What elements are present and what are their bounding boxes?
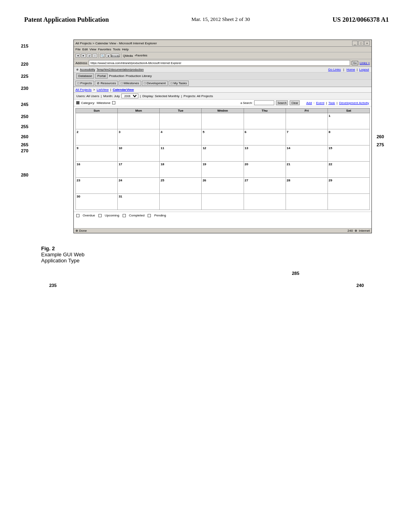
- year-select[interactable]: 2006: [121, 94, 138, 98]
- favorites-button[interactable]: ★: [106, 54, 111, 58]
- cell-29[interactable]: 29: [327, 178, 369, 194]
- nav-production-library[interactable]: Production Library: [125, 74, 152, 78]
- figure-label: Fig. 2: [41, 245, 372, 251]
- cell-17[interactable]: 17: [118, 162, 160, 178]
- cell-7[interactable]: 7: [286, 129, 327, 145]
- search-button-app[interactable]: Search: [276, 100, 288, 105]
- tab-projects[interactable]: □ Projects: [75, 81, 94, 86]
- sep2: |: [110, 88, 111, 91]
- home-link[interactable]: Home: [346, 68, 355, 71]
- cell-14[interactable]: 14: [286, 145, 327, 162]
- status-bar-number: 240: [348, 229, 353, 233]
- cell-31[interactable]: 31: [118, 194, 160, 210]
- annotation-260: 260: [21, 134, 28, 139]
- browser-toolbar: ◄ ► ↺ ⌂ 🔍 ★ ⊕media QMedia ⋆Favorites: [74, 52, 371, 59]
- cell-1[interactable]: 1: [327, 113, 369, 129]
- tab-development[interactable]: □ Development: [142, 81, 168, 86]
- calendar-controls-bar: Category: Milestone a Search: Search Cle…: [74, 100, 371, 106]
- tab-mytasks[interactable]: □ My Tasks: [169, 81, 189, 86]
- cell-16[interactable]: 16: [76, 162, 118, 178]
- cell-5[interactable]: 5: [202, 129, 244, 145]
- add-event-link[interactable]: Add: [306, 101, 312, 105]
- cell-6[interactable]: 6: [244, 129, 286, 145]
- search-button[interactable]: 🔍: [100, 54, 105, 58]
- cell-9[interactable]: 9: [76, 145, 118, 162]
- cell-18[interactable]: 18: [160, 162, 202, 178]
- nav-portal[interactable]: Portal: [95, 73, 108, 79]
- status-right: 240 ⊕ Internet: [348, 229, 370, 233]
- browser-statusbar: ⊕ Done 240 ⊕ Internet: [74, 228, 371, 233]
- nav-database[interactable]: Database: [76, 73, 94, 79]
- menu-edit[interactable]: Edit: [82, 48, 88, 51]
- cell-15[interactable]: 15: [327, 145, 369, 162]
- media-button[interactable]: ⊕media: [111, 54, 119, 58]
- cell-8[interactable]: 8: [327, 129, 369, 145]
- browser-controls[interactable]: _ □ ×: [352, 41, 370, 46]
- address-input[interactable]: [89, 60, 350, 66]
- cell-20[interactable]: 20: [244, 162, 286, 178]
- go-links-link[interactable]: Go Links: [328, 68, 341, 71]
- menu-help[interactable]: Help: [122, 48, 128, 51]
- cell-30[interactable]: 30: [76, 194, 118, 210]
- cell-4[interactable]: 4: [160, 129, 202, 145]
- tab-resources[interactable]: ⊘ Resources: [95, 81, 118, 86]
- cell-27[interactable]: 27: [244, 178, 286, 194]
- annotation-255: 255: [21, 124, 28, 129]
- nav-database-label: Database: [78, 74, 92, 78]
- cell-11[interactable]: 11: [160, 145, 202, 162]
- logout-link[interactable]: Logout: [359, 68, 369, 71]
- search-input[interactable]: [254, 100, 274, 105]
- category-checkbox[interactable]: [76, 101, 79, 104]
- cell-23[interactable]: 23: [76, 178, 118, 194]
- refresh-button[interactable]: ↺: [87, 54, 92, 58]
- cell-25[interactable]: 25: [160, 178, 202, 194]
- table-row: 23 24 25 26 27 28 29: [76, 178, 370, 194]
- cell-26[interactable]: 26: [202, 178, 244, 194]
- table-row: 1: [76, 113, 370, 129]
- cell-10[interactable]: 10: [118, 145, 160, 162]
- cell-28[interactable]: 28: [286, 178, 327, 194]
- links-label[interactable]: Links »: [360, 61, 370, 65]
- development-link[interactable]: Development Activity: [339, 101, 369, 105]
- all-projects-link[interactable]: All Projects: [75, 88, 92, 91]
- overdue-checkbox[interactable]: [76, 214, 79, 217]
- cell-2[interactable]: 2: [76, 129, 118, 145]
- minimize-button[interactable]: _: [352, 41, 358, 46]
- publication-title: Patent Application Publication: [24, 16, 109, 23]
- menu-tools[interactable]: Tools: [113, 48, 121, 51]
- cell-12[interactable]: 12: [202, 145, 244, 162]
- task-link[interactable]: Task: [328, 101, 335, 105]
- menu-view[interactable]: View: [90, 48, 96, 51]
- tab-milestones[interactable]: □ Milestones: [119, 81, 141, 86]
- cell-13[interactable]: 13: [244, 145, 286, 162]
- cell-21[interactable]: 21: [286, 162, 327, 178]
- menu-file[interactable]: File: [75, 48, 81, 51]
- calenderview-link[interactable]: CalendarView: [113, 88, 133, 91]
- menu-favorites[interactable]: Favorites: [98, 48, 111, 51]
- col-tue: Tue: [160, 108, 202, 113]
- event-link[interactable]: Event: [316, 101, 324, 105]
- pending-checkbox[interactable]: [148, 214, 151, 217]
- cell-22[interactable]: 22: [327, 162, 369, 178]
- restore-button[interactable]: □: [358, 41, 364, 46]
- browser-addressbar: Address Go Links »: [74, 59, 371, 67]
- nav-temp-link[interactable]: Temp/hire2/documentation/production: [96, 68, 144, 71]
- home-button[interactable]: ⌂: [92, 54, 97, 58]
- clear-button[interactable]: Clear: [290, 100, 300, 105]
- milestone-checkbox[interactable]: [112, 101, 115, 104]
- cell-19[interactable]: 19: [202, 162, 244, 178]
- back-button[interactable]: ◄: [75, 54, 80, 58]
- forward-button[interactable]: ►: [81, 54, 86, 58]
- cell-24[interactable]: 24: [118, 178, 160, 194]
- nav-production[interactable]: Production: [109, 74, 124, 78]
- upcoming-checkbox[interactable]: [98, 214, 102, 217]
- go-button[interactable]: Go: [352, 61, 358, 65]
- completed-checkbox[interactable]: [123, 214, 126, 217]
- pipe: |: [326, 101, 327, 105]
- nav-accessibility[interactable]: Accessibility: [80, 68, 95, 71]
- app-portal-nav: Database Portal Production Production Li…: [74, 73, 371, 80]
- nav-portal-label: Portal: [97, 74, 106, 78]
- listview-link[interactable]: ListView: [97, 88, 109, 91]
- cell-3[interactable]: 3: [118, 129, 160, 145]
- close-button[interactable]: ×: [364, 41, 370, 46]
